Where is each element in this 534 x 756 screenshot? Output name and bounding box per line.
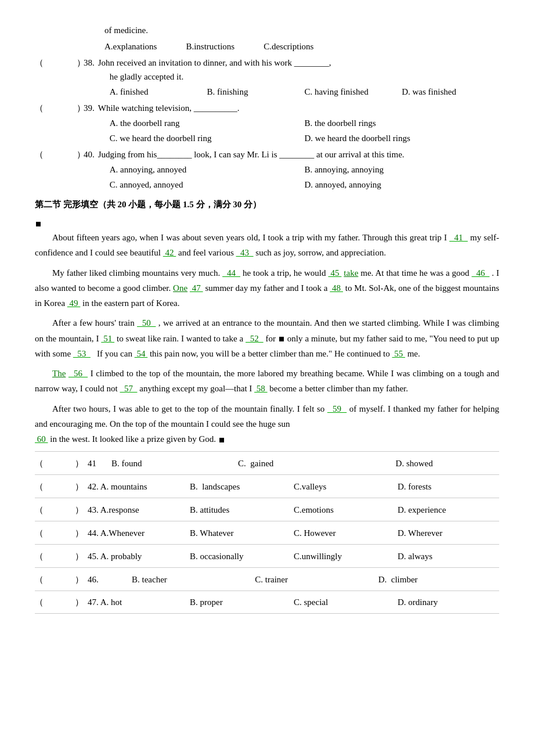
q38-space: [42, 56, 77, 70]
ar46-opt-c: C. trainer: [252, 573, 376, 586]
answer-row-46: （ ） 46. B. teacher C. trainer D. climber: [35, 567, 499, 591]
blank-46: 46: [472, 268, 490, 278]
q40-text: Judging from his________ look, I can say…: [98, 147, 499, 161]
ar46-br: ）: [75, 573, 83, 586]
answer-row-42: （ ） 42. A. mountains B. landscapes C.val…: [35, 474, 499, 498]
blank-50: 50: [137, 318, 156, 327]
q39-bracket-left: （: [35, 101, 42, 115]
q39-num: 39.: [84, 101, 95, 115]
q38-content: John received an invitation to dinner, a…: [98, 56, 499, 99]
ar47-opt-d: D. ordinary: [395, 595, 499, 609]
q39-options: A. the doorbell rang B. the doorbell rin…: [98, 116, 499, 145]
q38-num: 38.: [84, 56, 95, 70]
blank-55: 55: [392, 349, 405, 358]
q40-content: Judging from his________ look, I can say…: [98, 147, 499, 192]
marker-right: [219, 438, 224, 442]
q40-opt-b: B. annoying, annoying: [304, 163, 499, 177]
q39-text: While watching television, __________.: [98, 101, 499, 115]
marker-mid: [279, 337, 284, 341]
answer-row-44: （ ） 44. A.Whenever B. Whatever C. Howeve…: [35, 521, 499, 544]
ar43-space: [43, 503, 75, 517]
passage-para4: The 56 I climbed to the top of the mount…: [35, 366, 499, 397]
ar41-bl: （: [35, 456, 43, 470]
blank-54: 54: [135, 349, 148, 358]
ar46-space: [43, 573, 75, 586]
ar46-opt-b: B. teacher: [129, 573, 252, 586]
q39-space: [42, 101, 77, 115]
ar42-opts: B. landscapes C.valleys D. forests: [187, 480, 499, 494]
ar42-opt-d: D. forests: [395, 480, 499, 494]
q39-content: While watching television, __________. A…: [98, 101, 499, 145]
q40-options: A. annoying, annoyed B. annoying, annoyi…: [98, 163, 499, 192]
ar42-br: ）: [75, 480, 83, 494]
q40-opt-c: C. annoyed, annoyed: [110, 178, 305, 192]
q38-opt-c: C. having finished: [304, 85, 402, 99]
ar44-opts: B. Whatever C. However D. Wherever: [187, 526, 499, 540]
q40-opt-a: A. annoying, annoyed: [110, 163, 305, 177]
answer-row-47: （ ） 47. A. hot B. proper C. special D. o…: [35, 591, 499, 614]
ar41-space: [43, 456, 75, 470]
question-40: （ ） 40. Judging from his________ look, I…: [35, 147, 499, 192]
question-39: （ ） 39. While watching television, _____…: [35, 101, 499, 145]
q40-bracket-right: ）: [77, 147, 84, 161]
opt-b-instructions: B.instructions: [186, 39, 234, 53]
ar44-br: ）: [75, 526, 83, 540]
ar46-num: 46.: [83, 573, 129, 586]
question-38: （ ） 38. John received an invitation to d…: [35, 56, 499, 99]
ar45-opt-c: C.unwillingly: [291, 549, 395, 563]
ar45-num: 45. A. probably: [83, 549, 187, 563]
ar42-num: 42. A. mountains: [83, 480, 187, 494]
ar44-opt-b: B. Whatever: [187, 526, 291, 540]
ar47-opt-c: C. special: [291, 595, 395, 609]
q40-num: 40.: [84, 147, 95, 161]
ar43-opt-b: B. attitudes: [187, 503, 291, 517]
ar41-num: 41: [83, 456, 109, 470]
passage-para1: About fifteen years ago, when I was abou…: [35, 230, 499, 261]
ar41-opt-d: D. showed: [394, 456, 499, 470]
q39-bracket-right: ）: [77, 101, 84, 115]
marker-left: [36, 222, 41, 226]
q38-bracket-right: ）: [77, 56, 84, 70]
q38-options: A. finished B. finishing C. having finis…: [98, 85, 499, 99]
ar43-opts: B. attitudes C.emotions D. experience: [187, 503, 499, 517]
ar42-bl: （: [35, 480, 43, 494]
q40-space: [42, 147, 77, 161]
blank-56: 56: [68, 369, 88, 378]
ar45-opt-d: D. always: [395, 549, 499, 563]
q39-opt-d: D. we heard the doorbell rings: [304, 131, 499, 145]
blank-47: 47: [190, 283, 203, 293]
q39-opt-a: A. the doorbell rang: [110, 116, 305, 130]
top-text: of medicine.: [35, 23, 499, 37]
ar45-bl: （: [35, 549, 43, 563]
blank-42: 42: [163, 248, 176, 257]
answer-row-43: （ ） 43. A.response B. attitudes C.emotio…: [35, 498, 499, 521]
q39-opt-b: B. the doorbell rings: [304, 116, 499, 130]
ar44-space: [43, 526, 75, 540]
blank-48: 48: [330, 283, 343, 293]
ar46-opt-d: D. climber: [376, 573, 499, 586]
opt-a-explanations: A.explanations: [104, 39, 157, 53]
ar43-opt-c: C.emotions: [291, 503, 395, 517]
answer-row-45: （ ） 45. A. probably B. occasionally C.un…: [35, 544, 499, 567]
ar42-opt-b: B. landscapes: [187, 480, 291, 494]
q38-opt-d: D. was finished: [402, 85, 499, 99]
ar41-opt-c: C. gained: [236, 456, 394, 470]
passage-para2: My father liked climbing mountains very …: [35, 265, 499, 311]
top-options-line: A.explanations B.instructions C.descript…: [35, 39, 499, 53]
q40-opt-d: D. annoyed, annoying: [304, 178, 499, 192]
blank-58: 58: [254, 384, 268, 393]
blank-60: 60: [35, 434, 48, 444]
ar44-num: 44. A.Whenever: [83, 526, 187, 540]
q38-opt-b: B. finishing: [207, 85, 305, 99]
section2-header: 第二节 完形填空（共 20 小题，每小题 1.5 分，满分 30 分）: [35, 197, 499, 211]
ar41-opts: B. found C. gained D. showed: [109, 456, 499, 470]
answer-row-41: （ ） 41 B. found C. gained D. showed: [35, 451, 499, 474]
ar43-bl: （: [35, 503, 43, 517]
ar47-opt-b: B. proper: [187, 595, 291, 609]
blank-51: 51: [101, 334, 114, 343]
passage-para3: After a few hours' train 50 , we arrived…: [35, 315, 499, 361]
q38-text: John received an invitation to dinner, a…: [98, 56, 499, 70]
ar46-bl: （: [35, 573, 43, 586]
ar43-num: 43. A.response: [83, 503, 187, 517]
answer-section: （ ） 41 B. found C. gained D. showed （ ） …: [35, 451, 499, 614]
